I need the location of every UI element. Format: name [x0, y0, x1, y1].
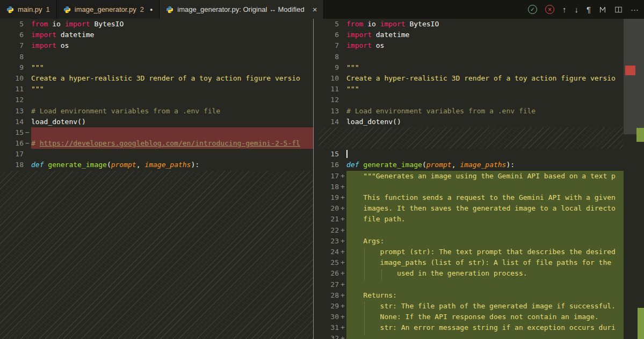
code-line[interactable]: 14load_dotenv() [0, 117, 313, 127]
code-line[interactable]: 14load_dotenv() [319, 117, 624, 127]
code-text: Create a hyper-realistic 3D render of a … [346, 73, 624, 84]
line-number: 26 [319, 268, 339, 279]
tab-image-generator-py[interactable]: image_generator.py 2 ● [57, 0, 160, 19]
code-line[interactable]: 16−# https://developers.googleblog.com/e… [0, 138, 313, 149]
diff-sign [339, 160, 346, 170]
tab-label: main.py [18, 5, 42, 13]
code-text: import os [346, 40, 624, 51]
code-line[interactable]: 18+ [319, 182, 624, 192]
code-line[interactable]: 9""" [0, 62, 313, 73]
diff-sign: + [339, 171, 346, 182]
code-line[interactable]: 19+ This function sends a request to the… [319, 192, 624, 203]
next-change-button[interactable]: ↓ [574, 5, 578, 13]
accept-all-changes-button[interactable]: ✓ [528, 5, 537, 14]
code-line[interactable]: 13# Load environment variables from a .e… [0, 106, 313, 117]
diff-sign: + [339, 214, 346, 225]
diff-sign: + [339, 236, 346, 247]
diff-sign [339, 84, 346, 95]
diff-sign [339, 117, 346, 127]
line-number: 21 [319, 214, 339, 225]
code-text [346, 279, 624, 290]
code-line[interactable]: 15− [0, 127, 313, 138]
line-number: 19 [319, 192, 339, 203]
reject-all-changes-button[interactable]: × [545, 5, 554, 14]
x-icon: × [548, 6, 552, 13]
close-icon[interactable]: × [313, 5, 317, 13]
diff-sign: + [339, 192, 346, 203]
code-line[interactable]: 15 [319, 149, 624, 160]
code-line[interactable]: 27+ [319, 279, 624, 290]
line-number: 29 [319, 301, 339, 312]
code-line[interactable]: 28+ Returns: [319, 290, 624, 301]
scrollbar-slider[interactable] [624, 19, 644, 134]
code-line[interactable]: 5from io import BytesIO [319, 19, 624, 30]
diff-sign [24, 52, 31, 62]
diff-sign [24, 84, 31, 95]
line-number: 16 [319, 160, 339, 170]
code-text [346, 225, 624, 236]
code-line[interactable]: 23+ Args: [319, 236, 624, 247]
check-icon: ✓ [530, 6, 534, 12]
added-lines-marker [638, 308, 644, 339]
diff-sign [24, 19, 31, 30]
code-line[interactable]: 8 [319, 52, 624, 62]
code-text [346, 182, 624, 192]
code-line[interactable]: 16def generate_image(prompt, image_paths… [319, 160, 624, 170]
previous-change-button[interactable]: ↑ [562, 5, 567, 13]
code-text: load_dotenv() [31, 117, 313, 127]
tab-diff-image-generator[interactable]: image_generator.py: Original ↔ Modified … [160, 0, 324, 19]
code-line[interactable]: 22+ [319, 225, 624, 236]
line-number: 5 [0, 19, 24, 30]
modified-editor-pane[interactable]: 5from io import BytesIO6import datetime7… [319, 19, 644, 339]
diff-sash[interactable] [313, 19, 319, 339]
code-line[interactable]: 20+ images. It then saves the generated … [319, 203, 624, 214]
code-line[interactable]: 18def generate_image(prompt, image_paths… [0, 160, 313, 170]
code-line[interactable]: 12 [319, 95, 624, 105]
code-line[interactable]: 5from io import BytesIO [0, 19, 313, 30]
modified-dot-icon[interactable]: ● [150, 7, 153, 12]
code-text: images. It then saves the generated imag… [346, 203, 624, 214]
diff-sign [24, 73, 31, 84]
line-number: 13 [0, 106, 24, 117]
code-line[interactable]: 10Create a hyper-realistic 3D render of … [319, 73, 624, 84]
code-text: def generate_image(prompt, image_paths): [346, 160, 624, 170]
diff-sign: + [339, 333, 346, 339]
diff-sign [24, 40, 31, 51]
diff-filler [0, 171, 313, 339]
code-line[interactable]: 12 [0, 95, 313, 105]
line-number: 30 [319, 312, 339, 322]
code-line[interactable]: 13# Load environment variables from a .e… [319, 106, 624, 117]
original-editor-pane[interactable]: 5from io import BytesIO6import datetime7… [0, 19, 313, 339]
code-text: from io import BytesIO [346, 19, 624, 30]
code-line[interactable]: 6import datetime [0, 30, 313, 40]
diff-sign [339, 52, 346, 62]
code-line[interactable]: 10Create a hyper-realistic 3D render of … [0, 73, 313, 84]
tab-badge: 1 [46, 5, 50, 13]
toggle-whitespace-button[interactable]: ¶ [587, 5, 591, 13]
code-line[interactable]: 7import os [0, 40, 313, 51]
code-line[interactable]: 21+ file path. [319, 214, 624, 225]
code-line[interactable]: 11""" [0, 84, 313, 95]
code-line[interactable]: 6import datetime [319, 30, 624, 40]
code-text: import datetime [346, 30, 624, 40]
diff-sign [339, 30, 346, 40]
code-line[interactable]: 7import os [319, 40, 624, 51]
line-number: 7 [0, 40, 24, 51]
line-number: 14 [0, 117, 24, 127]
tab-main-py[interactable]: main.py 1 [0, 0, 57, 19]
split-editor-button[interactable] [614, 6, 623, 13]
code-text: Args: [346, 236, 624, 247]
code-line[interactable]: 8 [0, 52, 313, 62]
overview-ruler[interactable] [624, 19, 644, 339]
tab-label: image_generator.py: Original ↔ Modified [177, 5, 304, 13]
indent-guide [364, 248, 365, 280]
line-number: 12 [319, 95, 339, 105]
code-line[interactable]: 9""" [319, 62, 624, 73]
code-text [346, 52, 624, 62]
inline-view-button[interactable] [599, 6, 606, 13]
code-line[interactable]: 17 [0, 149, 313, 160]
code-line[interactable]: 17+ """Generates an image using the Gemi… [319, 171, 624, 182]
tab-label: image_generator.py [75, 5, 136, 13]
more-actions-button[interactable]: ··· [631, 5, 639, 13]
code-line[interactable]: 11""" [319, 84, 624, 95]
